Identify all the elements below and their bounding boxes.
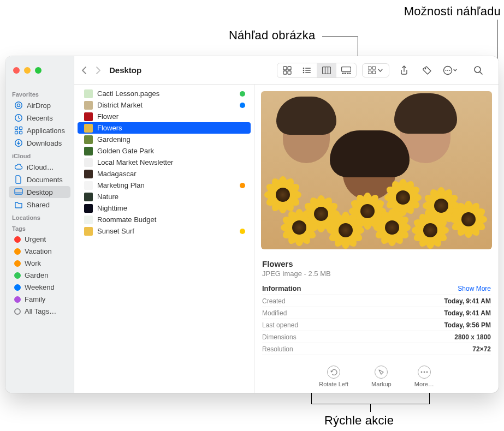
share-button[interactable] xyxy=(395,63,413,77)
file-name-label: Gardening xyxy=(97,135,131,143)
file-thumb-icon xyxy=(84,112,93,121)
file-row[interactable]: Gardening xyxy=(78,134,251,145)
quick-action-markup[interactable]: Markup xyxy=(371,366,392,387)
file-thumb-icon xyxy=(84,89,93,98)
sidebar-item-label: Garden xyxy=(25,271,48,279)
file-thumb-icon xyxy=(84,135,93,144)
sidebar-header: Favorites xyxy=(5,88,74,99)
file-row[interactable]: Cacti Lesson.pages xyxy=(78,88,251,99)
sidebar-item-weekend[interactable]: Weekend xyxy=(9,282,70,293)
search-button[interactable] xyxy=(469,63,488,77)
file-row[interactable]: Madagascar xyxy=(78,168,251,179)
svg-rect-37 xyxy=(15,189,22,194)
callout-quick-actions: Rýchle akcie xyxy=(324,414,394,428)
airdrop-icon xyxy=(14,101,23,110)
file-row[interactable]: Sunset Surf xyxy=(78,225,251,237)
file-name-label: Sunset Surf xyxy=(97,227,134,235)
sidebar-item-all-tags-[interactable]: All Tags… xyxy=(9,306,70,317)
svg-point-22 xyxy=(425,68,426,69)
file-row[interactable]: Local Market Newsletter xyxy=(78,157,251,168)
preview-title: Flowers xyxy=(262,259,491,268)
back-button[interactable] xyxy=(81,66,87,75)
svg-point-30 xyxy=(17,104,20,106)
file-row[interactable]: Nighttime xyxy=(78,202,251,214)
sidebar-item-airdrop[interactable]: AirDrop xyxy=(9,99,70,111)
info-value: Today, 9:56 PM xyxy=(444,321,491,329)
svg-rect-17 xyxy=(349,73,351,74)
sidebar-item-desktop[interactable]: Desktop xyxy=(9,186,70,198)
svg-rect-15 xyxy=(345,73,347,74)
sidebar-item-family[interactable]: Family xyxy=(9,294,70,305)
info-row: CreatedToday, 9:41 AM xyxy=(262,295,491,307)
info-value: 72×72 xyxy=(472,345,491,353)
file-name-label: Nature xyxy=(97,193,118,201)
quick-action-more[interactable]: More… xyxy=(414,366,434,387)
file-row[interactable]: District Market xyxy=(78,99,251,111)
svg-point-25 xyxy=(447,70,448,71)
tags-button[interactable] xyxy=(418,63,436,77)
sidebar-item-label: Work xyxy=(25,259,41,267)
file-tag-dot xyxy=(240,229,245,234)
quick-actions: Rotate LeftMarkupMore… xyxy=(254,358,499,393)
download-icon xyxy=(14,139,23,147)
sidebar-item-documents[interactable]: Documents xyxy=(9,173,70,185)
file-tag-dot xyxy=(240,103,245,108)
body: FavoritesAirDropRecentsApplicationsDownl… xyxy=(5,85,499,393)
file-thumb-icon xyxy=(84,181,93,190)
preview-meta: Flowers JPEG image - 2.5 MB Information … xyxy=(254,256,499,355)
sidebar-item-vacation[interactable]: Vacation xyxy=(9,246,70,257)
zoom-button[interactable] xyxy=(35,67,41,74)
svg-point-8 xyxy=(303,71,305,73)
file-row[interactable]: Flowers xyxy=(78,122,251,134)
info-row: Last openedToday, 9:56 PM xyxy=(262,319,491,331)
group-by-button[interactable] xyxy=(362,63,389,77)
sidebar-item-applications[interactable]: Applications xyxy=(9,124,70,136)
forward-button[interactable] xyxy=(96,66,102,75)
info-key: Last opened xyxy=(262,321,298,329)
file-thumb-icon xyxy=(84,147,93,155)
sidebar-item-garden[interactable]: Garden xyxy=(9,270,70,281)
minimize-button[interactable] xyxy=(24,67,31,74)
svg-rect-13 xyxy=(342,67,351,71)
action-menu-button[interactable] xyxy=(441,63,459,77)
sidebar-item-urgent[interactable]: Urgent xyxy=(9,234,70,245)
file-name-label: Marketing Plan xyxy=(97,181,145,189)
view-list-button[interactable] xyxy=(297,63,317,77)
sidebar-item-shared[interactable]: Shared xyxy=(9,199,70,211)
sidebar-item-work[interactable]: Work xyxy=(9,258,70,269)
sidebar-item-downloads[interactable]: Downloads xyxy=(9,137,70,149)
tag-dot-icon xyxy=(14,284,21,291)
file-row[interactable]: Marketing Plan xyxy=(78,179,251,191)
tag-dot-icon xyxy=(14,296,21,303)
file-row[interactable]: Golden Gate Park xyxy=(78,145,251,157)
svg-rect-5 xyxy=(305,68,311,69)
file-list: Cacti Lesson.pagesDistrict MarketFlowerF… xyxy=(74,85,254,393)
close-button[interactable] xyxy=(13,67,20,74)
sidebar-item-recents[interactable]: Recents xyxy=(9,112,70,124)
show-more-button[interactable]: Show More xyxy=(458,285,491,292)
info-key: Resolution xyxy=(262,345,293,353)
quick-action-rotate[interactable]: Rotate Left xyxy=(319,366,348,387)
file-row[interactable]: Roommate Budget xyxy=(78,214,251,225)
file-thumb-icon xyxy=(84,124,93,133)
file-thumb-icon xyxy=(84,216,93,224)
svg-rect-9 xyxy=(305,72,311,73)
tag-dot-icon xyxy=(14,308,21,315)
view-gallery-button[interactable] xyxy=(336,63,356,77)
view-column-button[interactable] xyxy=(317,63,336,77)
view-icon-button[interactable] xyxy=(277,63,297,77)
svg-rect-7 xyxy=(305,70,311,71)
svg-point-29 xyxy=(15,102,22,109)
file-row[interactable]: Flower xyxy=(78,111,251,122)
info-row: Dimensions2800 x 1800 xyxy=(262,331,491,343)
traffic-lights xyxy=(5,56,74,85)
tag-dot-icon xyxy=(14,272,21,279)
sidebar-item-icloud-[interactable]: iCloud… xyxy=(9,161,70,173)
file-tag-dot xyxy=(240,91,245,97)
svg-rect-1 xyxy=(288,67,291,70)
file-thumb-icon xyxy=(84,101,93,110)
svg-point-26 xyxy=(449,70,450,71)
file-row[interactable]: Nature xyxy=(78,191,251,202)
sidebar-header: Locations xyxy=(5,211,74,222)
desktop-icon xyxy=(14,188,23,196)
